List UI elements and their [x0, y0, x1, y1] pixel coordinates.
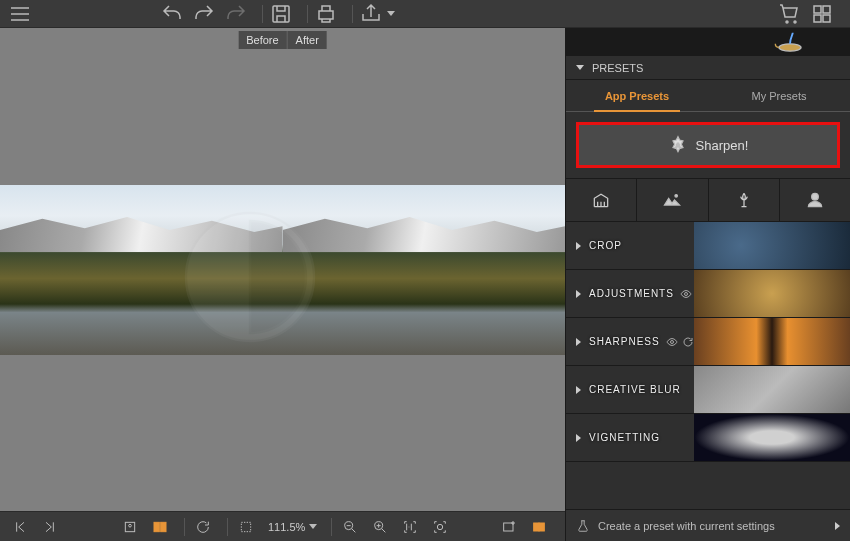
tab-app-label: App Presets: [605, 90, 669, 102]
create-preset-label: Create a preset with current settings: [598, 520, 775, 532]
svg-rect-0: [273, 6, 289, 22]
zoom-out-icon[interactable]: [338, 515, 362, 539]
fit-1-1-icon[interactable]: [398, 515, 422, 539]
zoom-dropdown-icon[interactable]: [309, 524, 317, 529]
save-icon[interactable]: [269, 2, 293, 26]
share-dropdown-icon[interactable]: [387, 11, 395, 16]
zoom-in-icon[interactable]: [368, 515, 392, 539]
presets-header[interactable]: PRESETS: [566, 56, 850, 80]
category-macro[interactable]: [709, 179, 780, 221]
single-view-icon[interactable]: [118, 515, 142, 539]
svg-rect-15: [504, 523, 513, 531]
compare-view-icon[interactable]: [148, 515, 172, 539]
tab-app-presets[interactable]: App Presets: [566, 80, 708, 111]
next-image-icon[interactable]: [38, 515, 62, 539]
svg-rect-4: [814, 15, 821, 22]
svg-rect-16: [534, 523, 539, 531]
panel-crop-label: CROP: [589, 240, 622, 251]
category-landscape[interactable]: [637, 179, 708, 221]
crop-tool-icon[interactable]: [234, 515, 258, 539]
panel-blur-bg: [694, 366, 850, 413]
collapse-icon: [576, 65, 584, 70]
panel-sharpness[interactable]: SHARPNESS: [566, 318, 850, 366]
panel-sharp-bg: [694, 318, 850, 365]
svg-point-14: [438, 524, 443, 529]
presets-header-label: PRESETS: [592, 62, 643, 74]
sharpen-label: Sharpen!: [696, 138, 749, 153]
compare-toggle-icon[interactable]: [527, 515, 551, 539]
grid-icon[interactable]: [810, 2, 834, 26]
svg-text:A: A: [675, 141, 681, 150]
tab-my-label: My Presets: [751, 90, 806, 102]
prev-image-icon[interactable]: [8, 515, 32, 539]
svg-rect-10: [161, 522, 166, 531]
panel-creative-blur[interactable]: CREATIVE BLUR: [566, 366, 850, 414]
svg-rect-1: [319, 11, 333, 19]
eye-icon: [680, 288, 692, 300]
panel-sharpness-label: SHARPNESS: [589, 336, 660, 347]
image-viewer: Before After 111.5%: [0, 28, 565, 541]
watermark-icon: [170, 197, 330, 357]
create-preset-button[interactable]: Create a preset with current settings: [566, 509, 850, 541]
svg-rect-5: [823, 15, 830, 22]
landscape-icon: [662, 190, 682, 210]
sharpen-badge-icon: A: [668, 135, 688, 155]
print-icon[interactable]: [314, 2, 338, 26]
svg-rect-17: [539, 523, 544, 531]
redo-icon[interactable]: [192, 2, 216, 26]
svg-point-18: [779, 44, 801, 51]
panel-crop[interactable]: CROP: [566, 222, 850, 270]
menu-icon[interactable]: [8, 2, 32, 26]
category-architecture[interactable]: [566, 179, 637, 221]
svg-point-23: [670, 340, 673, 343]
svg-rect-3: [823, 6, 830, 13]
panel-vignetting[interactable]: VIGNETTING: [566, 414, 850, 462]
add-image-icon[interactable]: [497, 515, 521, 539]
panel-crop-bg: [694, 222, 850, 269]
zoom-level: 111.5%: [268, 521, 305, 533]
undo-icon[interactable]: [160, 2, 184, 26]
expand-icon: [576, 434, 581, 442]
panel-adjustments-label: ADJUSTMENTS: [589, 288, 674, 299]
top-toolbar: [0, 0, 850, 28]
tab-my-presets[interactable]: My Presets: [708, 80, 850, 111]
expand-icon: [576, 242, 581, 250]
share-icon[interactable]: [359, 2, 383, 26]
panel-adjustments[interactable]: ADJUSTMENTS: [566, 270, 850, 318]
panel-vignetting-label: VIGNETTING: [589, 432, 660, 443]
panel-adj-bg: [694, 270, 850, 317]
expand-icon: [576, 290, 581, 298]
banner-lamp-icon: [770, 31, 830, 53]
category-portrait[interactable]: [780, 179, 850, 221]
footer-arrow-icon: [835, 522, 840, 530]
expand-icon: [576, 338, 581, 346]
architecture-icon: [591, 190, 611, 210]
side-panel: PRESETS App Presets My Presets A Sharpen…: [565, 28, 850, 541]
svg-point-8: [129, 524, 132, 527]
svg-point-20: [675, 195, 678, 198]
viewer-bottom-bar: 111.5%: [0, 511, 565, 541]
svg-rect-11: [241, 522, 250, 531]
portrait-icon: [805, 190, 825, 210]
flask-icon: [576, 519, 590, 533]
svg-point-21: [812, 193, 819, 200]
cart-icon[interactable]: [778, 2, 802, 26]
reset-icon: [682, 336, 694, 348]
svg-rect-2: [814, 6, 821, 13]
preset-tabs: App Presets My Presets: [566, 80, 850, 112]
side-banner: [566, 28, 850, 56]
redo-alt-icon[interactable]: [224, 2, 248, 26]
rotate-icon[interactable]: [191, 515, 215, 539]
panel-blur-label: CREATIVE BLUR: [589, 384, 681, 395]
category-row: [566, 178, 850, 222]
eye-icon: [666, 336, 678, 348]
svg-rect-9: [154, 522, 159, 531]
panel-vig-bg: [694, 414, 850, 461]
expand-icon: [576, 386, 581, 394]
fit-screen-icon[interactable]: [428, 515, 452, 539]
macro-icon: [734, 190, 754, 210]
sharpen-preset-button[interactable]: A Sharpen!: [576, 122, 840, 168]
svg-point-22: [684, 292, 687, 295]
